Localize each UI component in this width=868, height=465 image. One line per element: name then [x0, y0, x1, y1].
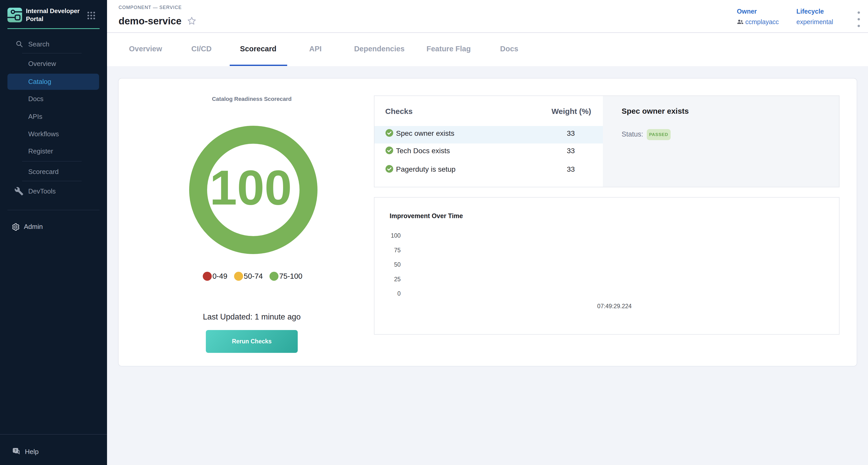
svg-text:?: ? [14, 448, 17, 453]
